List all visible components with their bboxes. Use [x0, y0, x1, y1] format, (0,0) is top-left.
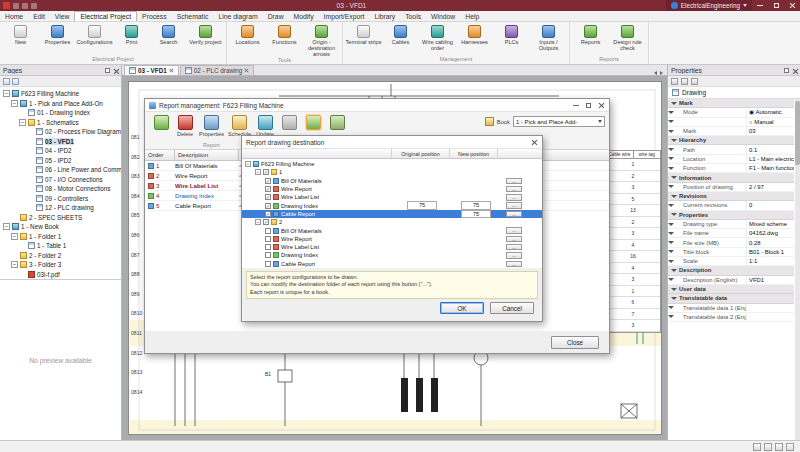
ribbon-button[interactable]: Reports [572, 23, 609, 45]
column-header-new-position[interactable]: New position [450, 149, 498, 158]
property-row[interactable]: Path 0.1 [668, 145, 794, 154]
browse-folder-button[interactable]: ... [506, 178, 522, 185]
property-row[interactable]: User data [668, 285, 794, 294]
menu-item[interactable]: Electrical Project [74, 11, 137, 21]
menu-item[interactable]: Library [369, 11, 400, 21]
tree-item[interactable]: − 3 - Folder 3 [0, 260, 121, 270]
tree-item[interactable]: 2 - Folder 2 [0, 251, 121, 261]
pin-icon[interactable] [105, 68, 110, 73]
account-menu[interactable]: ElectricalEngineering [666, 0, 752, 11]
pin-icon[interactable] [691, 78, 698, 85]
property-row[interactable]: File name 04162.dwg [668, 229, 794, 238]
property-row[interactable]: Translatable data 1 (Engli [668, 304, 794, 313]
column-header-order[interactable]: Order [145, 150, 175, 160]
minimize-icon[interactable] [573, 105, 579, 106]
property-row[interactable]: Title block B01 - Block 1 [668, 248, 794, 257]
maximize-button[interactable] [768, 0, 784, 11]
destination-row[interactable]: Drawing Index ... [242, 251, 542, 259]
menu-item[interactable]: Line diagram [213, 11, 262, 21]
tree-item[interactable]: 05 - IPD2 [0, 156, 121, 166]
column-header-description[interactable]: Description [175, 150, 239, 160]
menu-item[interactable]: Home [0, 11, 28, 21]
tree-item[interactable]: − 1 - Pick and Place Add-On [0, 99, 121, 109]
property-row[interactable]: File size (MB) 0.28 [668, 238, 794, 247]
close-panel-icon[interactable] [113, 68, 118, 73]
report-checkbox[interactable]: ✓ [263, 169, 269, 175]
browse-folder-button[interactable]: ... [506, 194, 522, 201]
menu-item[interactable]: Modify [289, 11, 319, 21]
column-header-original-position[interactable]: Original position [392, 149, 450, 158]
property-value[interactable]: ◉ Automatic [747, 109, 794, 115]
properties-tab-drawing[interactable]: Drawing [668, 87, 800, 99]
maximize-icon[interactable] [586, 103, 591, 108]
property-row[interactable]: Information [668, 173, 794, 182]
browse-folder-button[interactable]: ... [506, 244, 522, 251]
destination-row[interactable]: Bill Of Materials ... [242, 226, 542, 234]
ok-button[interactable]: OK [440, 302, 484, 314]
tree-item[interactable]: 02 - Process Flow Diagram [0, 127, 121, 137]
report-toolbar-button[interactable] [301, 114, 325, 132]
grid-icon[interactable] [753, 443, 761, 451]
report-checkbox[interactable]: ✓ [265, 194, 271, 200]
expander-icon[interactable]: − [255, 219, 261, 225]
report-checkbox[interactable]: ✓ [265, 211, 271, 217]
property-value[interactable]: 0.28 [747, 240, 794, 246]
property-value[interactable]: F1 - Main function [747, 165, 794, 171]
property-row[interactable]: Drawing type Mixed scheme [668, 220, 794, 229]
close-tab-icon[interactable] [244, 68, 249, 73]
destination-row[interactable]: ✓ Cable Report 75 ... [242, 210, 542, 218]
property-value[interactable]: L1 - Main electrical closet [747, 156, 794, 162]
report-checkbox[interactable]: ✓ [265, 203, 271, 209]
save-icon[interactable] [13, 3, 19, 9]
report-checkbox[interactable]: ✓ [263, 219, 269, 225]
document-tab[interactable]: 03 - VFD1 [124, 65, 179, 75]
report-checkbox[interactable] [265, 252, 271, 258]
menu-item[interactable]: Import/Export [319, 11, 370, 21]
ribbon-button[interactable]: Terminal strips [345, 23, 382, 45]
destination-row[interactable]: Cable Report ... [242, 260, 542, 268]
document-tab[interactable]: 02 - PLC drawing [180, 65, 255, 75]
expander-icon[interactable]: − [245, 161, 251, 167]
property-value[interactable]: Mixed scheme [747, 221, 794, 227]
tree-item[interactable]: − 1 - Folder 1 [0, 232, 121, 242]
property-row[interactable]: Mark 03 [668, 127, 794, 136]
close-icon[interactable] [598, 102, 605, 109]
property-value[interactable]: 04162.dwg [747, 230, 794, 236]
report-toolbar-button[interactable] [325, 114, 349, 132]
property-row[interactable]: Translatable data 2 (Engli [668, 313, 794, 322]
tree-item[interactable]: 03i-f.pdf [0, 270, 121, 280]
expander-icon[interactable]: − [19, 119, 26, 126]
tree-item[interactable]: 07 - I/O Connections [0, 175, 121, 185]
minimize-button[interactable] [752, 0, 768, 11]
scroll-tabs-left-icon[interactable] [654, 71, 657, 75]
browse-folder-button[interactable]: ... [506, 202, 522, 209]
entity-snap-icon[interactable] [786, 443, 794, 451]
property-row[interactable]: Description [668, 266, 794, 275]
tree-item[interactable]: 12 - PLC drawing [0, 203, 121, 213]
expander-icon[interactable]: − [3, 90, 10, 97]
close-icon[interactable] [531, 139, 538, 146]
tree-item[interactable]: 09 - Controllers [0, 194, 121, 204]
close-dialog-button[interactable]: Close [551, 336, 599, 349]
ribbon-button[interactable]: New [2, 23, 39, 45]
close-button[interactable] [784, 0, 800, 11]
tree-item[interactable]: 08 - Motor Connections [0, 184, 121, 194]
menu-item[interactable]: Help [460, 11, 484, 21]
menu-item[interactable]: View [50, 11, 75, 21]
property-row[interactable]: Description (English) VFD1 [668, 276, 794, 285]
ribbon-button[interactable]: Wire cabling order [419, 23, 456, 51]
report-checkbox[interactable] [265, 261, 271, 267]
new-position-value[interactable]: 75 [461, 210, 491, 219]
report-checkbox[interactable] [265, 236, 271, 242]
ribbon-button[interactable]: Configurations [76, 23, 113, 45]
menu-item[interactable]: Process [137, 11, 172, 21]
report-toolbar-button[interactable]: Properties [197, 114, 226, 138]
undo-icon[interactable] [22, 3, 28, 9]
menu-item[interactable]: Draw [263, 11, 289, 21]
destination-row[interactable]: ✓ Bill Of Materials ... [242, 177, 542, 185]
property-row[interactable]: ○ Manual [668, 118, 794, 127]
property-value[interactable]: 0.1 [747, 147, 794, 153]
expander-icon[interactable]: − [3, 223, 10, 230]
ribbon-button[interactable]: Cables [382, 23, 419, 45]
report-checkbox[interactable]: ✓ [265, 186, 271, 192]
